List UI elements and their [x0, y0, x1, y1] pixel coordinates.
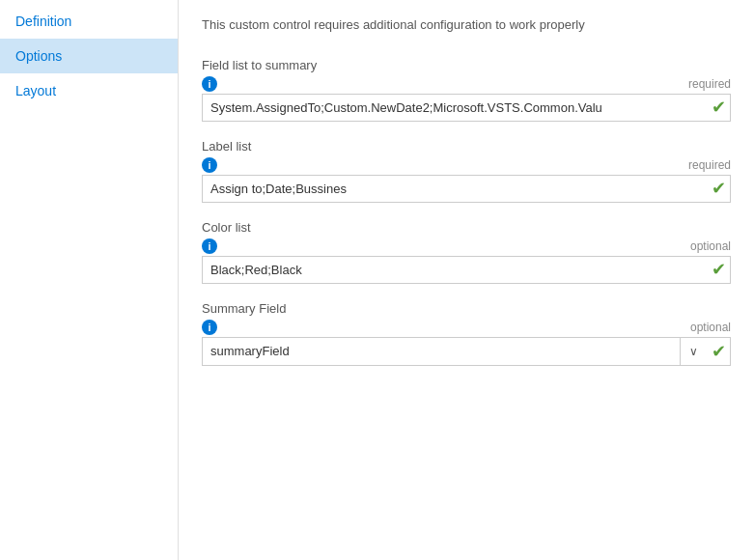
- color-list-check-icon: ✔: [707, 258, 730, 281]
- field-list-required-label: required: [688, 77, 731, 91]
- field-list-check-icon: ✔: [707, 96, 730, 119]
- summary-field-check-icon: ✔: [707, 340, 730, 363]
- label-list-input[interactable]: [203, 176, 707, 202]
- field-list-label: Field list to summary: [202, 58, 731, 72]
- sidebar-item-options[interactable]: Options: [0, 39, 178, 73]
- sidebar-item-definition[interactable]: Definition: [0, 4, 178, 39]
- field-list-info-icon[interactable]: i: [202, 76, 217, 92]
- color-list-section: Color list i optional ✔: [202, 220, 731, 284]
- label-list-section: Label list i required ✔: [202, 139, 731, 203]
- summary-field-label: Summary Field: [202, 301, 731, 316]
- field-list-input-row: ✔: [202, 94, 731, 122]
- color-list-input-row: ✔: [202, 256, 731, 284]
- field-list-input[interactable]: [203, 95, 707, 121]
- label-list-input-row: ✔: [202, 175, 731, 203]
- sidebar: Definition Options Layout: [0, 0, 179, 560]
- label-list-required-label: required: [688, 158, 731, 172]
- summary-field-info-icon[interactable]: i: [202, 320, 217, 335]
- summary-field-section: Summary Field i optional summaryField ∨ …: [202, 301, 731, 366]
- sidebar-item-layout[interactable]: Layout: [0, 73, 178, 108]
- color-list-meta-row: i optional: [202, 238, 731, 254]
- color-list-optional-label: optional: [690, 239, 731, 253]
- main-content: This custom control requires additional …: [179, 0, 754, 560]
- field-list-meta-row: i required: [202, 76, 731, 92]
- label-list-label: Label list: [202, 139, 731, 154]
- summary-field-meta-row: i optional: [202, 320, 731, 335]
- summary-field-dropdown-row: summaryField ∨ ✔: [202, 337, 731, 366]
- label-list-info-icon[interactable]: i: [202, 157, 217, 173]
- notice-text: This custom control requires additional …: [202, 15, 731, 35]
- field-list-section: Field list to summary i required ✔: [202, 58, 731, 122]
- label-list-check-icon: ✔: [707, 177, 730, 200]
- color-list-input[interactable]: [203, 257, 707, 283]
- summary-field-display: summaryField: [203, 338, 680, 364]
- color-list-info-icon[interactable]: i: [202, 238, 217, 254]
- summary-field-optional-label: optional: [690, 321, 731, 334]
- label-list-meta-row: i required: [202, 157, 731, 173]
- color-list-label: Color list: [202, 220, 731, 235]
- summary-field-dropdown-arrow[interactable]: ∨: [680, 338, 707, 365]
